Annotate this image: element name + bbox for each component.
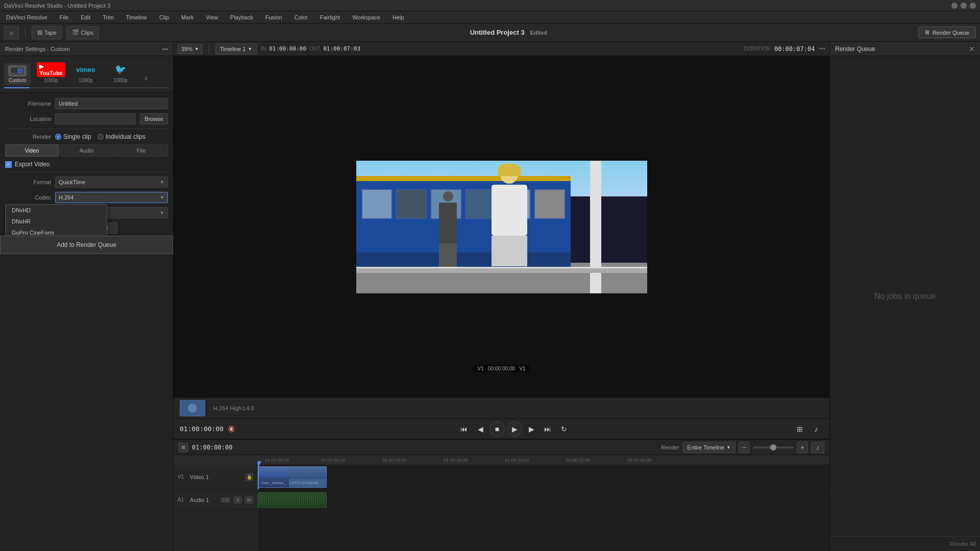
- preset-more-button[interactable]: ›: [141, 71, 151, 85]
- audio-tab[interactable]: Audio: [60, 144, 113, 157]
- individual-clips-radio[interactable]: [97, 134, 104, 140]
- skip-to-start-button[interactable]: ⏮: [457, 422, 471, 436]
- timeline-icon[interactable]: ⊞: [179, 443, 188, 452]
- panel-header: Render Settings - Custom •••: [0, 42, 173, 56]
- menu-timeline[interactable]: Timeline: [124, 13, 149, 21]
- panel-more-button[interactable]: •••: [162, 46, 168, 52]
- stop-button[interactable]: ■: [489, 421, 505, 437]
- play-button[interactable]: ▶: [507, 421, 522, 437]
- prev-frame-button[interactable]: ◀: [473, 422, 487, 436]
- zoom-slider[interactable]: [753, 446, 794, 448]
- location-row: Location Browse: [5, 113, 168, 124]
- menu-help[interactable]: Help: [390, 13, 406, 21]
- menu-clip[interactable]: Clip: [157, 13, 171, 21]
- single-clip-option[interactable]: Single clip: [55, 133, 91, 140]
- clip-thumb-inner: [188, 404, 197, 413]
- menu-trim[interactable]: Trim: [101, 13, 116, 21]
- a1-track-area[interactable]: [258, 490, 829, 510]
- filename-input[interactable]: [55, 98, 168, 109]
- minimize-button[interactable]: [951, 3, 958, 9]
- menu-davinci[interactable]: DaVinci Resolve: [4, 13, 50, 21]
- video-tab[interactable]: Video: [5, 144, 59, 157]
- zoom-handle[interactable]: [770, 444, 776, 450]
- menu-color[interactable]: Color: [292, 13, 310, 21]
- toolbar-sep1: [25, 28, 26, 38]
- codec-gopro[interactable]: GoPro CineForm: [6, 227, 107, 236]
- audio-clip[interactable]: [258, 492, 327, 508]
- audio-waveform-button[interactable]: ♪: [811, 442, 824, 453]
- menu-edit[interactable]: Edit: [79, 13, 92, 21]
- render-mode-group: Single clip Individual clips: [55, 133, 145, 140]
- render-mode-select[interactable]: Entire Timeline ▼: [682, 442, 736, 453]
- render-queue-button[interactable]: ⊞ Render Queue: [918, 27, 976, 38]
- render-all-button[interactable]: Render All: [950, 541, 976, 547]
- fullscreen-button[interactable]: ⊞: [793, 422, 807, 436]
- v1-track-header: V1 Video 1 🔒: [174, 464, 257, 490]
- skip-to-end-button[interactable]: ⏭: [541, 422, 555, 436]
- toolbar-tape[interactable]: ▤ Tape: [32, 26, 62, 39]
- ruler-mark-6: 01:00:32:00: [566, 458, 591, 463]
- export-video-checkbox[interactable]: [5, 161, 12, 168]
- preset-custom-tab[interactable]: Custom: [4, 63, 31, 85]
- preset-twitter-tab[interactable]: 🐦 1080p: [106, 60, 135, 85]
- ruler-mark-2: 01:00:04:00: [321, 458, 346, 463]
- single-clip-label: Single clip: [63, 133, 91, 140]
- maximize-button[interactable]: [961, 3, 967, 9]
- codec-dnxhr[interactable]: DNxHR: [6, 216, 107, 227]
- custom-icon: [8, 65, 27, 77]
- export-video-row: Export Video: [5, 161, 168, 168]
- a1-solo-button[interactable]: S: [234, 496, 242, 504]
- close-button[interactable]: [970, 3, 976, 9]
- render-all-bar: Render All: [830, 536, 980, 551]
- menu-file[interactable]: File: [58, 13, 71, 21]
- individual-clips-option[interactable]: Individual clips: [97, 133, 145, 140]
- a1-badge: 2.0: [220, 497, 231, 503]
- timeline-select[interactable]: Timeline 1 ▼: [215, 43, 257, 55]
- menu-fairlight[interactable]: Fairlight: [318, 13, 342, 21]
- individual-clips-label: Individual clips: [106, 133, 145, 140]
- preset-vimeo-tab[interactable]: vimeo 1080p: [71, 60, 100, 85]
- a1-mute-button[interactable]: M: [245, 496, 253, 504]
- svg-point-2: [18, 69, 22, 73]
- menu-view[interactable]: View: [204, 13, 220, 21]
- v1-lock-icon[interactable]: 🔒: [245, 473, 253, 481]
- zoom-out-button[interactable]: −: [739, 442, 750, 453]
- codec-select[interactable]: H.264 ▼: [55, 192, 168, 203]
- clip-label: H.264 High L4.0: [213, 405, 254, 411]
- toolbar-home[interactable]: ⌂: [4, 26, 19, 39]
- menu-playback[interactable]: Playback: [228, 13, 255, 21]
- render-queue-icon: ⊞: [925, 29, 929, 36]
- playhead[interactable]: [258, 464, 259, 489]
- track-number: V1: [478, 366, 484, 371]
- clips-icon: 🎬: [72, 29, 79, 36]
- zoom-select[interactable]: 39% ▼: [178, 44, 203, 54]
- audio-track-button[interactable]: ♪: [809, 422, 823, 436]
- next-frame-button[interactable]: ▶: [524, 422, 538, 436]
- station-pillar: [590, 161, 601, 293]
- browse-button[interactable]: Browse: [140, 113, 168, 124]
- location-input[interactable]: [55, 113, 136, 124]
- a1-track-header: A1 Audio 1 2.0 S M: [174, 490, 257, 510]
- timeline-ruler: 01:00:00:00 01:00:04:00 01:00:08:00 01:0…: [258, 455, 829, 464]
- single-clip-radio[interactable]: [55, 134, 61, 140]
- timeline-arrow-icon: ▼: [248, 46, 252, 52]
- format-select[interactable]: QuickTime ▼: [55, 177, 168, 188]
- preset-youtube-tab[interactable]: ▶ YouTube 1080p: [37, 60, 65, 85]
- zoom-in-button[interactable]: +: [797, 442, 808, 453]
- menu-workspace[interactable]: Workspace: [350, 13, 382, 21]
- add-to-render-queue-button[interactable]: Add to Render Queue: [0, 236, 173, 254]
- export-video-label: Export Video: [15, 161, 50, 168]
- loop-button[interactable]: ↻: [557, 422, 571, 436]
- video-viewer[interactable]: V1 00:00:00:00 V1: [174, 56, 829, 398]
- menu-mark[interactable]: Mark: [179, 13, 195, 21]
- menu-fusion[interactable]: Fusion: [263, 13, 284, 21]
- toolbar-clips[interactable]: 🎬 Clips: [66, 26, 99, 39]
- render-queue-close-button[interactable]: ✕: [969, 45, 975, 53]
- audio-mute-icon[interactable]: 🔇: [228, 425, 235, 433]
- v1-track-area[interactable]: train_station_...11572 (Original)...: [258, 464, 829, 490]
- viewer-more-icon[interactable]: •••: [819, 45, 825, 53]
- video-clip[interactable]: train_station_...11572 (Original)...: [258, 466, 327, 488]
- codec-dnxhd[interactable]: DNxHD: [6, 205, 107, 216]
- svg-rect-1: [11, 68, 17, 72]
- file-tab[interactable]: File: [114, 144, 168, 157]
